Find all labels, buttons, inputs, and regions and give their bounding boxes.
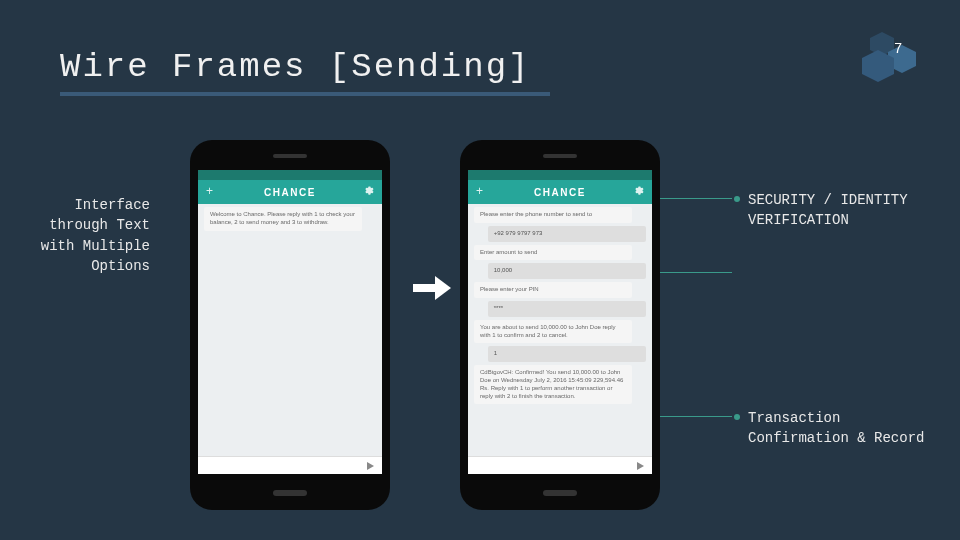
left-note: Interface through Text with Multiple Opt…: [40, 195, 150, 276]
message-incoming: Enter amount to send: [474, 245, 632, 261]
phone-speaker: [543, 154, 577, 158]
app-title: CHANCE: [534, 187, 586, 198]
bullet-confirmation: [734, 414, 740, 420]
gear-icon[interactable]: [633, 185, 644, 196]
callout-security: SECURITY / IDENTITY VERIFICATION: [748, 190, 928, 231]
callout-confirmation: Transaction Confirmation & Record: [748, 408, 928, 449]
send-icon[interactable]: [367, 462, 374, 470]
svg-rect-3: [413, 284, 435, 292]
slide-title: Wire Frames [Sending]: [60, 48, 550, 96]
app-bar: + CHANCE: [468, 180, 652, 204]
phone-screen-2: + CHANCE Please enter the phone number t…: [468, 170, 652, 474]
gear-icon[interactable]: [363, 185, 374, 196]
message-outgoing: 10,000: [488, 263, 646, 279]
message-incoming: Please enter the phone number to send to: [474, 207, 632, 223]
bullet-security: [734, 196, 740, 202]
plus-icon[interactable]: +: [476, 184, 483, 198]
message-list: Welcome to Chance. Please reply with 1 t…: [198, 207, 382, 231]
message-outgoing: +92 979 9797 973: [488, 226, 646, 242]
message-input-bar[interactable]: [468, 456, 652, 474]
phone-homebar: [543, 490, 577, 496]
status-bar: [198, 170, 382, 180]
svg-marker-4: [435, 276, 451, 300]
message-outgoing: 1: [488, 346, 646, 362]
app-bar: + CHANCE: [198, 180, 382, 204]
phone-mockup-2: + CHANCE Please enter the phone number t…: [460, 140, 660, 510]
phone-mockup-1: + CHANCE Welcome to Chance. Please reply…: [190, 140, 390, 510]
message-incoming: Welcome to Chance. Please reply with 1 t…: [204, 207, 362, 231]
app-title: CHANCE: [264, 187, 316, 198]
phone-homebar: [273, 490, 307, 496]
phone-speaker: [273, 154, 307, 158]
message-outgoing: ****: [488, 301, 646, 317]
phone-screen-1: + CHANCE Welcome to Chance. Please reply…: [198, 170, 382, 474]
arrow-right-icon: [413, 276, 451, 300]
send-icon[interactable]: [637, 462, 644, 470]
message-list: Please enter the phone number to send to…: [468, 207, 652, 404]
message-input-bar[interactable]: [198, 456, 382, 474]
message-incoming: Please enter your PIN: [474, 282, 632, 298]
message-incoming: CdBtgovCH: Confirmed! You send 10,000.00…: [474, 365, 632, 404]
plus-icon[interactable]: +: [206, 184, 213, 198]
hex-decoration: [852, 32, 922, 92]
page-number: 7: [894, 40, 902, 56]
message-incoming: You are about to send 10,000.00 to John …: [474, 320, 632, 344]
status-bar: [468, 170, 652, 180]
